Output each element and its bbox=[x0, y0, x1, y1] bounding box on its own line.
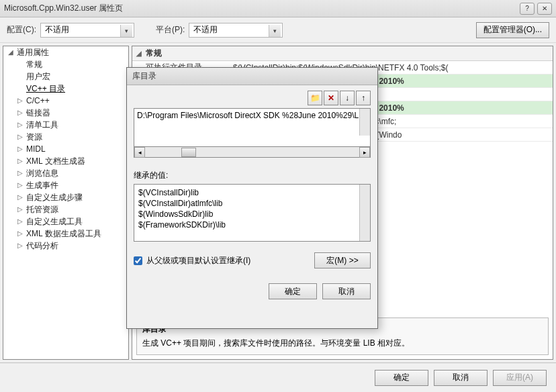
platform-label: 平台(P): bbox=[156, 24, 185, 36]
scrollbar-horizontal[interactable]: ◂ ▸ bbox=[134, 147, 371, 158]
tree-collapse-icon: ◢ bbox=[136, 50, 142, 57]
ok-button[interactable]: 确定 bbox=[375, 370, 428, 386]
tree-item-label: 生成事件 bbox=[26, 179, 58, 191]
scroll-thumb[interactable] bbox=[181, 148, 196, 157]
inherited-item[interactable]: $(WindowsSdkDir)lib bbox=[138, 209, 359, 219]
config-value: 不适用 bbox=[45, 24, 69, 36]
platform-value: 不适用 bbox=[193, 24, 218, 36]
tree-item[interactable]: ▷托管资源 bbox=[3, 203, 128, 215]
close-button[interactable]: ✕ bbox=[537, 3, 552, 15]
tree-item-label: 常规 bbox=[26, 58, 42, 70]
tree-item-label: C/C++ bbox=[26, 95, 50, 107]
tree-item-label: MIDL bbox=[26, 143, 46, 155]
scroll-left-icon[interactable]: ◂ bbox=[134, 147, 145, 158]
propgrid-group-header[interactable]: ◢ 常规 bbox=[132, 46, 553, 61]
config-row: 配置(C): 不适用 ▾ 平台(P): 不适用 ▾ 配置管理器(O)... bbox=[0, 17, 556, 43]
help-button[interactable]: ? bbox=[520, 3, 535, 15]
new-folder-button[interactable]: 📁 bbox=[308, 91, 322, 105]
scroll-right-icon[interactable]: ▸ bbox=[359, 147, 370, 158]
move-up-button[interactable]: ↑ bbox=[356, 91, 371, 105]
tree-item[interactable]: ▷生成事件 bbox=[3, 179, 128, 191]
tree-item-label: 浏览信息 bbox=[26, 167, 58, 179]
tree-expand-icon: ▷ bbox=[17, 179, 24, 191]
tree-item[interactable]: ▷C/C++ bbox=[3, 95, 128, 107]
tree-item-label: XML 文档生成器 bbox=[26, 155, 85, 167]
scrollbar-vertical[interactable] bbox=[359, 185, 370, 241]
tree-item[interactable]: 常规 bbox=[3, 58, 128, 70]
tree-item[interactable]: ▷代码分析 bbox=[3, 240, 128, 252]
inherit-checkbox-label: 从父级或项目默认设置继承(I) bbox=[146, 255, 250, 266]
chevron-down-icon: ▾ bbox=[269, 25, 281, 37]
tree-expand-icon: ▷ bbox=[17, 191, 24, 203]
tree-expand-icon: ▷ bbox=[17, 215, 24, 228]
footer-bar: 确定 取消 应用(A) bbox=[0, 362, 556, 392]
cancel-button[interactable]: 取消 bbox=[434, 370, 488, 386]
tree-item[interactable]: 用户宏 bbox=[3, 70, 128, 83]
tree-item-label: 清单工具 bbox=[26, 119, 58, 131]
tree-item[interactable]: ▷XML 文档生成器 bbox=[3, 155, 128, 167]
tree-expand-icon: ▷ bbox=[17, 107, 24, 119]
tree-item-label: 托管资源 bbox=[26, 203, 58, 215]
tree-item[interactable]: ▷链接器 bbox=[3, 107, 128, 119]
tree-expand-icon: ▷ bbox=[17, 203, 24, 215]
tree-root[interactable]: ◢ 通用属性 bbox=[3, 46, 128, 58]
tree-item-label: VC++ 目录 bbox=[26, 83, 65, 95]
tree-item[interactable]: ▷自定义生成工具 bbox=[3, 215, 128, 228]
tree-item-label: 资源 bbox=[26, 131, 42, 143]
tree-item-label: 自定义生成工具 bbox=[26, 215, 83, 228]
tree-item-label: 自定义生成步骤 bbox=[26, 191, 83, 203]
inherited-listbox[interactable]: $(VCInstallDir)lib$(VCInstallDir)atlmfc\… bbox=[134, 184, 371, 242]
window-title: Microsoft.Cpp.Win32.user 属性页 bbox=[4, 3, 517, 14]
platform-combo[interactable]: 不适用 ▾ bbox=[189, 23, 283, 38]
tree-item-label: 链接器 bbox=[26, 107, 50, 119]
macros-button[interactable]: 宏(M) >> bbox=[314, 252, 371, 268]
tree-item[interactable]: ▷自定义生成步骤 bbox=[3, 191, 128, 203]
dialog-title: 库目录 bbox=[127, 68, 377, 85]
inherited-item[interactable]: $(VCInstallDir)atlmfc\lib bbox=[138, 198, 359, 209]
dialog-cancel-button[interactable]: 取消 bbox=[322, 283, 371, 299]
tree-item[interactable]: ▷XML 数据生成器工具 bbox=[3, 228, 128, 240]
dialog-ok-button[interactable]: 确定 bbox=[269, 283, 317, 299]
inherited-item[interactable]: $(FrameworkSDKDir)\lib bbox=[138, 219, 359, 230]
tree-item[interactable]: ▷资源 bbox=[3, 131, 128, 143]
dialog-toolbar: 📁 ✕ ↓ ↑ bbox=[134, 91, 371, 105]
lib-dirs-dialog: 库目录 📁 ✕ ↓ ↑ D:\Program Files\Microsoft D… bbox=[126, 67, 378, 329]
tree-collapse-icon: ◢ bbox=[7, 46, 14, 58]
tree-expand-icon: ▷ bbox=[17, 155, 24, 167]
config-label: 配置(C): bbox=[7, 24, 36, 36]
nav-tree[interactable]: ◢ 通用属性 常规用户宏VC++ 目录▷C/C++▷链接器▷清单工具▷资源▷MI… bbox=[3, 46, 129, 360]
tree-item-label: 代码分析 bbox=[26, 240, 58, 252]
description-text: 生成 VC++ 项目期间，搜索库文件时使用的路径。与环境变量 LIB 相对应。 bbox=[142, 338, 543, 349]
tree-expand-icon: ▷ bbox=[17, 119, 24, 131]
move-down-button[interactable]: ↓ bbox=[340, 91, 355, 105]
tree-expand-icon: ▷ bbox=[17, 95, 24, 107]
config-combo[interactable]: 不适用 ▾ bbox=[40, 23, 134, 38]
tree-item[interactable]: ▷浏览信息 bbox=[3, 167, 128, 179]
apply-button[interactable]: 应用(A) bbox=[493, 370, 547, 386]
paths-edit-value: D:\Program Files\Microsoft DirectX SDK %… bbox=[137, 111, 371, 120]
tree-expand-icon: ▷ bbox=[17, 131, 24, 143]
inherit-checkbox[interactable] bbox=[134, 256, 142, 265]
chevron-down-icon: ▾ bbox=[120, 25, 132, 37]
inherited-label: 继承的值: bbox=[134, 170, 371, 181]
tree-item[interactable]: ▷MIDL bbox=[3, 143, 128, 155]
tree-expand-icon: ▷ bbox=[17, 240, 24, 252]
tree-expand-icon: ▷ bbox=[17, 167, 24, 179]
tree-item[interactable]: ▷清单工具 bbox=[3, 119, 128, 131]
paths-editbox[interactable]: D:\Program Files\Microsoft DirectX SDK %… bbox=[134, 108, 371, 147]
tree-expand-icon: ▷ bbox=[17, 228, 24, 240]
titlebar: Microsoft.Cpp.Win32.user 属性页 ? ✕ bbox=[0, 0, 556, 17]
tree-item-label: XML 数据生成器工具 bbox=[26, 228, 101, 240]
config-manager-button[interactable]: 配置管理器(O)... bbox=[476, 22, 549, 38]
inherited-item[interactable]: $(VCInstallDir)lib bbox=[138, 187, 359, 198]
tree-item-label: 用户宏 bbox=[26, 70, 50, 83]
tree-expand-icon: ▷ bbox=[17, 143, 24, 155]
delete-button[interactable]: ✕ bbox=[324, 91, 338, 105]
scrollbar-vertical[interactable] bbox=[359, 109, 370, 136]
tree-item[interactable]: VC++ 目录 bbox=[3, 83, 128, 95]
